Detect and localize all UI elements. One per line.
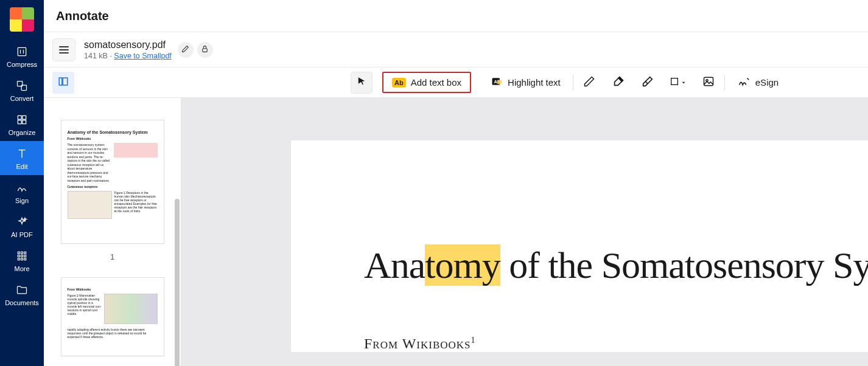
text-badge-icon: Ab [392, 78, 406, 88]
convert-icon [15, 79, 29, 92]
eraser-icon [641, 75, 654, 91]
svg-rect-21 [497, 80, 502, 85]
sidebar-label: More [14, 265, 29, 272]
file-name: somatosensory.pdf [84, 40, 172, 50]
thumb-title: Anatomy of the Somatosensory System [68, 130, 158, 134]
chevron-down-icon [681, 77, 687, 88]
cursor-icon [356, 76, 367, 89]
svg-rect-7 [18, 252, 19, 254]
pencil-icon [181, 44, 189, 55]
svg-rect-17 [59, 78, 62, 85]
folder-icon [15, 283, 29, 297]
thumbnail-page-2[interactable]: From Wikibooks Figure 2 Mammalian muscle… [61, 277, 164, 356]
save-smallpdf-link[interactable]: Save to Smallpdf [114, 52, 172, 60]
thumbnails-icon [58, 76, 69, 89]
shape-tool-button[interactable] [667, 72, 689, 94]
thumbnail-page-1[interactable]: Anatomy of the Somatosensory System From… [61, 120, 164, 244]
sidebar-item-convert[interactable]: Convert [0, 73, 44, 107]
document-page-1: Anatomy of the Somatosensory Sy From Wik… [291, 140, 868, 352]
cursor-tool-button[interactable] [351, 72, 373, 94]
svg-rect-0 [18, 47, 26, 55]
svg-rect-3 [18, 116, 21, 119]
esign-button[interactable]: eSign [730, 71, 786, 94]
sparkle-icon [15, 215, 29, 229]
menu-button[interactable] [52, 38, 75, 61]
svg-rect-9 [24, 252, 26, 254]
sidebar-item-compress[interactable]: Compress [0, 39, 44, 73]
grid-icon [15, 249, 29, 263]
thumbnails-scrollbar[interactable] [175, 199, 180, 366]
app-logo[interactable] [10, 7, 34, 32]
text-highlight[interactable]: tomy [425, 244, 500, 286]
document-subtitle: From Wikibooks1 [364, 336, 868, 352]
svg-rect-23 [704, 77, 713, 85]
lock-icon [201, 44, 209, 55]
title-bar: Annotate [44, 0, 868, 32]
document-title: Anatomy of the Somatosensory Sy [364, 244, 868, 287]
lock-button[interactable] [197, 42, 213, 58]
svg-rect-13 [18, 258, 19, 260]
sidebar-item-organize[interactable]: Organize [0, 107, 44, 141]
highlight-icon: A [491, 75, 503, 89]
svg-text:A: A [494, 79, 498, 85]
esign-label: eSign [755, 77, 779, 88]
document-canvas[interactable]: Anatomy of the Somatosensory Sy From Wik… [181, 98, 868, 366]
toggle-thumbnails-button[interactable] [52, 72, 74, 94]
rename-button[interactable] [178, 42, 194, 58]
sidebar-label: Documents [5, 299, 39, 306]
compress-icon [15, 45, 29, 58]
hamburger-icon [59, 44, 69, 55]
add-text-box-label: Add text box [411, 77, 461, 88]
toolbar-separator [724, 75, 725, 91]
file-size: 141 kB [84, 52, 108, 60]
svg-rect-10 [18, 255, 19, 257]
svg-rect-5 [18, 120, 21, 124]
sidebar-item-sign[interactable]: Sign [0, 175, 44, 209]
sidebar-label: Convert [10, 95, 34, 102]
thumbnails-panel[interactable]: Anatomy of the Somatosensory System From… [44, 98, 181, 366]
svg-rect-22 [671, 78, 677, 85]
svg-rect-11 [21, 255, 23, 257]
sidebar-item-more[interactable]: More [0, 243, 44, 277]
sidebar-label: AI PDF [11, 231, 32, 238]
annotate-toolbar: Ab Add text box A Highlight text [44, 67, 868, 98]
svg-rect-4 [23, 116, 26, 119]
toolbar-separator [573, 75, 573, 91]
image-tool-button[interactable] [698, 72, 719, 94]
sign-icon [15, 181, 29, 195]
add-text-box-button[interactable]: Ab Add text box [382, 72, 471, 93]
main-column: Annotate somatosensory.pdf 141 kB · Save… [44, 0, 868, 366]
svg-rect-6 [23, 120, 26, 124]
sidebar-item-documents[interactable]: Documents [0, 277, 44, 311]
svg-rect-8 [21, 252, 23, 254]
thumbnail-page-number: 1 [56, 252, 169, 261]
sidebar-label: Organize [9, 129, 36, 136]
esign-icon [737, 75, 751, 90]
marker-icon [612, 75, 625, 91]
svg-rect-18 [63, 78, 68, 85]
square-icon [670, 77, 679, 89]
svg-rect-14 [21, 258, 23, 260]
svg-rect-12 [24, 255, 26, 257]
marker-tool-button[interactable] [607, 72, 629, 94]
sidebar-item-aipdf[interactable]: AI PDF [0, 209, 44, 243]
svg-rect-15 [24, 258, 26, 260]
thumb-figure [104, 294, 158, 324]
page-title: Annotate [56, 9, 109, 23]
workspace: Anatomy of the Somatosensory System From… [44, 98, 868, 366]
thumb-annotation [114, 143, 158, 157]
eraser-tool-button[interactable] [637, 72, 659, 94]
file-info-bar: somatosensory.pdf 141 kB · Save to Small… [44, 32, 868, 67]
sidebar-label: Sign [15, 197, 29, 204]
file-meta: somatosensory.pdf 141 kB · Save to Small… [84, 40, 172, 60]
sidebar-item-edit[interactable]: Edit [0, 141, 44, 175]
image-icon [702, 75, 715, 90]
svg-rect-16 [203, 48, 208, 51]
sidebar-label: Compress [7, 61, 37, 68]
pencil-tool-button[interactable] [578, 72, 600, 94]
highlight-text-button[interactable]: A Highlight text [483, 71, 568, 94]
sidebar-label: Edit [16, 163, 28, 170]
pencil-icon [583, 75, 595, 90]
organize-icon [15, 113, 29, 126]
thumb-figure [68, 191, 112, 219]
